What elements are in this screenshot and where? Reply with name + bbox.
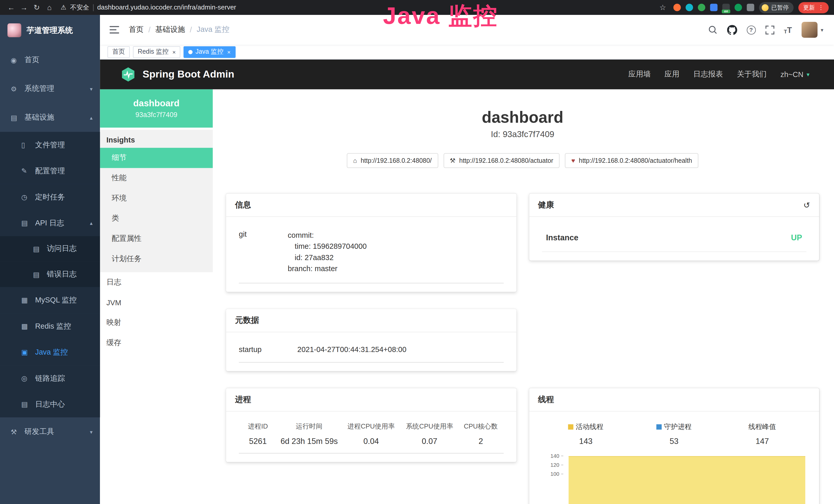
- active-threads-area: [568, 456, 806, 504]
- user-menu[interactable]: ▾: [802, 22, 824, 38]
- tab-home[interactable]: 首页: [107, 46, 130, 58]
- infrastructure-icon: ▤: [10, 113, 24, 121]
- sidebar-item-label: 配置管理: [35, 166, 65, 176]
- navbar-actions: ? TT ▾: [708, 22, 824, 38]
- info-value: commit: time: 1596289704000 id: 27aa832 …: [288, 230, 367, 274]
- sba-nav-journal[interactable]: 日志报表: [693, 70, 723, 79]
- extension-icon[interactable]: [710, 4, 718, 11]
- sidebar-item-error-log[interactable]: ▤ 错误日志: [0, 261, 100, 287]
- sba-item-details[interactable]: 细节: [100, 148, 213, 168]
- health-key: Instance: [546, 233, 578, 242]
- chrome-update-button[interactable]: 更新 ⋮: [798, 2, 829, 13]
- top-navbar: 首页 / 基础设施 / Java 监控 ?: [100, 15, 834, 45]
- close-icon[interactable]: ×: [227, 48, 231, 55]
- sidebar-item-access-log[interactable]: ▤ 访问日志: [0, 236, 100, 261]
- page-title: dashboard: [226, 108, 819, 126]
- sidebar-item-api-log[interactable]: ▤ API 日志 ▴: [0, 210, 100, 236]
- metadata-card: 元数据 startup 2021-04-27T00:44:31.254+08:0…: [226, 309, 516, 371]
- legend-value: 147: [718, 436, 806, 445]
- sidebar-item-system[interactable]: ⚙ 系统管理 ▾: [0, 74, 100, 103]
- reload-button[interactable]: ↻: [31, 3, 43, 12]
- app-logo: [7, 23, 21, 37]
- extension-icon[interactable]: on: [722, 4, 730, 11]
- help-icon[interactable]: ?: [747, 25, 756, 34]
- log-icon: ▤: [33, 270, 47, 278]
- sidebar-item-home[interactable]: ◉ 首页: [0, 46, 100, 74]
- tab-label: 首页: [112, 47, 125, 56]
- address-divider: [93, 4, 93, 11]
- sba-item-beans[interactable]: 类: [100, 208, 213, 229]
- actuator-url-link[interactable]: ⚒ http://192.168.0.2:48080/actuator: [443, 153, 560, 168]
- app-logo-area[interactable]: 芋道管理系统: [0, 15, 100, 46]
- breadcrumb-infrastructure[interactable]: 基础设施: [155, 25, 185, 35]
- sidebar-item-infrastructure[interactable]: ▤ 基础设施 ▴: [0, 103, 100, 132]
- extension-icon[interactable]: [734, 4, 742, 11]
- sba-item-loggers[interactable]: 日志: [100, 272, 213, 293]
- breadcrumb-home[interactable]: 首页: [129, 25, 144, 35]
- sba-item-metrics[interactable]: 性能: [100, 168, 213, 188]
- sba-brand[interactable]: Spring Boot Admin: [120, 67, 234, 83]
- sba-navbar: Spring Boot Admin 应用墙 应用 日志报表 关于我们 zh~CN…: [100, 60, 834, 89]
- sba-nav-wallboard[interactable]: 应用墙: [628, 70, 651, 79]
- github-icon[interactable]: [727, 25, 737, 35]
- back-button[interactable]: ←: [5, 3, 17, 12]
- paused-label: 已暂停: [771, 3, 789, 11]
- chevron-down-icon: ▾: [807, 71, 809, 78]
- yellow-swatch: [568, 424, 574, 430]
- tab-redis-monitor[interactable]: Redis 监控 ×: [133, 46, 180, 58]
- sidebar-item-label: 链路追踪: [35, 373, 65, 383]
- bookmark-star-icon[interactable]: ☆: [657, 3, 668, 12]
- extension-icon[interactable]: [698, 4, 705, 11]
- cell-value: 0.07: [401, 436, 458, 445]
- sidebar-item-java-monitor[interactable]: ▣ Java 监控: [0, 339, 100, 365]
- browser-window: ← → ↻ ⌂ ⚠ 不安全 dashboard.yudao.iocoder.cn…: [0, 0, 834, 504]
- log-center-icon: ▤: [21, 400, 35, 408]
- health-url-link[interactable]: ♥ http://192.168.0.2:48080/actuator/heal…: [565, 153, 699, 168]
- locale-selector[interactable]: zh~CN ▾: [780, 70, 809, 78]
- extension-icon[interactable]: [674, 4, 681, 11]
- log-icon: ▤: [33, 245, 47, 253]
- puzzle-extension-icon[interactable]: [747, 4, 754, 11]
- sidebar-item-trace[interactable]: ◎ 链路追踪: [0, 365, 100, 391]
- sidebar-item-log-center[interactable]: ▤ 日志中心: [0, 391, 100, 417]
- instance-links: ⌂ http://192.168.0.2:48080/ ⚒ http://192…: [226, 153, 819, 168]
- sidebar-item-scheduled-task[interactable]: ◷ 定时任务: [0, 184, 100, 210]
- extension-icon[interactable]: [685, 4, 693, 11]
- sba-item-mappings[interactable]: 映射: [100, 313, 213, 333]
- warning-icon: ⚠: [61, 4, 66, 11]
- font-size-icon[interactable]: TT: [784, 25, 792, 34]
- sba-item-jvm[interactable]: JVM: [100, 293, 213, 313]
- column-header: 运行时间: [277, 422, 342, 431]
- sidebar-item-file-manage[interactable]: ▯ 文件管理: [0, 132, 100, 158]
- sba-item-environment[interactable]: 环境: [100, 188, 213, 208]
- sba-item-scheduled-tasks[interactable]: 计划任务: [100, 249, 213, 269]
- sidebar-item-mysql-monitor[interactable]: ▦ MySQL 监控: [0, 287, 100, 313]
- home-button[interactable]: ⌂: [44, 3, 56, 12]
- sidebar-item-config-manage[interactable]: ✎ 配置管理: [0, 158, 100, 184]
- sba-nav-applications[interactable]: 应用: [664, 70, 679, 79]
- history-icon[interactable]: ↺: [804, 200, 810, 210]
- tab-java-monitor[interactable]: Java 监控 ×: [184, 46, 235, 58]
- address-bar[interactable]: ⚠ 不安全 dashboard.yudao.iocoder.cn/infra/a…: [61, 3, 656, 12]
- sidebar-collapse-button[interactable]: [110, 26, 119, 33]
- info-row-git: git commit: time: 1596289704000 id: 27aa…: [239, 224, 503, 283]
- sidebar-item-redis-monitor[interactable]: ▩ Redis 监控: [0, 313, 100, 339]
- wrench-icon: ⚒: [450, 157, 455, 164]
- fullscreen-icon[interactable]: [765, 25, 774, 34]
- threads-card: 线程 活动线程 守护进程: [529, 388, 819, 504]
- sidebar-item-label: Java 监控: [35, 347, 68, 357]
- sidebar-item-dev-tools[interactable]: ⚒ 研发工具 ▾: [0, 417, 100, 446]
- sba-item-caches[interactable]: 缓存: [100, 333, 213, 353]
- forward-button[interactable]: →: [18, 3, 30, 12]
- chevron-up-icon: ▴: [90, 115, 92, 120]
- edit-icon: ✎: [21, 167, 35, 175]
- chrome-menu-icon[interactable]: ⋮: [818, 4, 824, 11]
- sba-item-config-props[interactable]: 配置属性: [100, 229, 213, 249]
- close-icon[interactable]: ×: [172, 48, 176, 55]
- search-icon[interactable]: [708, 25, 717, 35]
- sidebar-item-label: 系统管理: [24, 84, 54, 93]
- service-url-link[interactable]: ⌂ http://192.168.0.2:48080/: [347, 153, 438, 168]
- profile-paused-badge[interactable]: 已暂停: [759, 2, 794, 13]
- chevron-down-icon: ▾: [90, 429, 92, 435]
- sba-nav-about[interactable]: 关于我们: [737, 70, 767, 79]
